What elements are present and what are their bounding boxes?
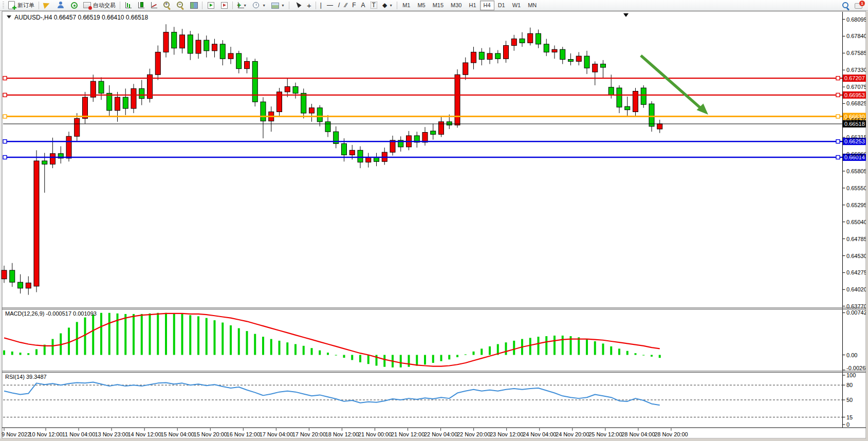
timeframe-button-M30[interactable]: M30 bbox=[447, 1, 465, 10]
trendline-tool-button[interactable]: / bbox=[336, 1, 342, 10]
bar-chart-button[interactable] bbox=[122, 1, 135, 10]
toolbar-separator bbox=[232, 2, 233, 9]
zoom-out-button[interactable]: − bbox=[174, 1, 187, 10]
person-icon bbox=[57, 1, 65, 9]
timeframe-button-W1[interactable]: W1 bbox=[509, 1, 525, 10]
timeframe-button-H4[interactable]: H4 bbox=[480, 1, 494, 10]
timeframe-button-M15[interactable]: M15 bbox=[429, 1, 447, 10]
new-order-icon bbox=[8, 1, 16, 9]
chart-shift-button[interactable] bbox=[217, 1, 231, 10]
macd-label: MACD(12,26,9) -0.000517 0.001093 bbox=[5, 310, 97, 317]
chart-canvas[interactable]: 0.672070.669530.666300.662530.660140.665… bbox=[0, 11, 868, 441]
clock-icon bbox=[252, 1, 260, 9]
svg-text:0.67207: 0.67207 bbox=[844, 75, 865, 81]
zoom-in-button[interactable]: + bbox=[160, 1, 174, 10]
svg-text:50: 50 bbox=[846, 397, 853, 403]
rsi-label: RSI(14) 39.3487 bbox=[5, 374, 47, 380]
signal-icon bbox=[70, 1, 78, 9]
chevron-down-icon: ▼ bbox=[262, 4, 266, 7]
search-icon bbox=[841, 1, 849, 9]
chevron-down-icon: ▼ bbox=[281, 4, 285, 7]
crosshair-tool-button[interactable]: + bbox=[304, 1, 314, 10]
chart-window-border bbox=[2, 11, 866, 438]
svg-text:23 Nov 12:00: 23 Nov 12:00 bbox=[490, 431, 523, 437]
horizontal-line-tool-button[interactable]: — bbox=[324, 1, 336, 10]
svg-text:0.00: 0.00 bbox=[846, 352, 857, 358]
chat-bubble-icon: 1 bbox=[855, 1, 864, 9]
cursor-icon bbox=[293, 1, 302, 9]
timeframe-button-M5[interactable]: M5 bbox=[414, 1, 429, 10]
auto-scroll-button[interactable] bbox=[204, 1, 217, 10]
svg-text:0.66570: 0.66570 bbox=[846, 117, 867, 123]
svg-text:0.66315: 0.66315 bbox=[846, 134, 867, 140]
svg-text:100: 100 bbox=[846, 372, 856, 378]
svg-text:0.65550: 0.65550 bbox=[846, 185, 867, 191]
cursor-tool-button[interactable] bbox=[291, 1, 304, 10]
timeframe-button-M1[interactable]: M1 bbox=[399, 1, 414, 10]
fibonacci-tool-button[interactable]: F bbox=[349, 1, 358, 10]
text-tool-button[interactable]: A bbox=[359, 1, 368, 10]
vertical-line-tool-button[interactable]: | bbox=[318, 1, 324, 10]
community-button[interactable] bbox=[54, 1, 67, 10]
signals-button[interactable] bbox=[67, 1, 81, 10]
svg-text:18 Nov 12:00: 18 Nov 12:00 bbox=[325, 431, 359, 437]
toolbar-separator bbox=[120, 2, 120, 9]
new-order-button[interactable]: 新订单 bbox=[5, 1, 37, 10]
candlestick-chart-button[interactable] bbox=[135, 1, 147, 10]
channel-tool-button[interactable]: ∕∕ bbox=[342, 1, 349, 10]
line-chart-button[interactable] bbox=[147, 1, 160, 10]
svg-text:15: 15 bbox=[846, 414, 853, 420]
tile-windows-icon bbox=[190, 1, 198, 9]
line-chart-icon bbox=[150, 2, 158, 9]
bar-chart-icon bbox=[124, 2, 132, 9]
text-icon: A bbox=[361, 2, 365, 8]
toolbar-separator bbox=[289, 2, 289, 9]
alerts-button[interactable] bbox=[41, 1, 54, 10]
label-tool-button[interactable]: T bbox=[368, 1, 380, 10]
svg-text:9 Nov 2022: 9 Nov 2022 bbox=[2, 431, 30, 437]
notifications-button[interactable]: 1 bbox=[852, 1, 866, 10]
svg-text:0.66953: 0.66953 bbox=[844, 92, 865, 98]
timeframe-button-H1[interactable]: H1 bbox=[466, 1, 480, 10]
window-bottom-edge bbox=[0, 438, 868, 441]
zoom-in-icon: + bbox=[163, 1, 171, 9]
notification-badge: 1 bbox=[859, 1, 865, 6]
svg-text:10 Nov 12:00: 10 Nov 12:00 bbox=[29, 431, 62, 437]
svg-text:0.64275: 0.64275 bbox=[846, 269, 867, 275]
periods-button[interactable]: ▼ bbox=[249, 1, 268, 10]
search-button[interactable] bbox=[839, 1, 852, 10]
arrows-tool-button[interactable]: ◆▼ bbox=[380, 1, 395, 10]
vertical-line-icon: | bbox=[320, 2, 322, 8]
svg-text:0.65805: 0.65805 bbox=[846, 168, 867, 174]
svg-text:13 Nov 23:00: 13 Nov 23:00 bbox=[95, 431, 128, 437]
megaphone-icon bbox=[43, 1, 51, 9]
chevron-down-icon: ▼ bbox=[389, 4, 393, 7]
toolbar-separator bbox=[316, 2, 316, 9]
chart-shift-icon bbox=[220, 1, 228, 9]
templates-button[interactable]: ▼ bbox=[268, 1, 287, 10]
window-right-edge bbox=[866, 11, 868, 438]
svg-text:25 Nov 12:00: 25 Nov 12:00 bbox=[588, 431, 622, 437]
svg-text:15 Nov 04:00: 15 Nov 04:00 bbox=[160, 431, 194, 437]
svg-text:15 Nov 20:00: 15 Nov 20:00 bbox=[194, 431, 227, 437]
svg-text:0.66825: 0.66825 bbox=[846, 100, 867, 106]
timeframe-button-D1[interactable]: D1 bbox=[494, 1, 509, 10]
svg-text:17 Nov 04:00: 17 Nov 04:00 bbox=[260, 431, 293, 437]
svg-text:0.64785: 0.64785 bbox=[846, 236, 867, 242]
svg-text:0.68095: 0.68095 bbox=[846, 16, 867, 23]
timeframe-button-MN[interactable]: MN bbox=[524, 1, 540, 10]
svg-text:16 Nov 12:00: 16 Nov 12:00 bbox=[227, 431, 260, 437]
channel-icon: ∕∕ bbox=[345, 2, 347, 8]
svg-text:0.66060: 0.66060 bbox=[846, 151, 867, 157]
svg-text:0.67330: 0.67330 bbox=[846, 67, 867, 73]
fibonacci-icon: F bbox=[352, 2, 356, 8]
autotrading-button[interactable]: 自动交易 bbox=[81, 1, 118, 10]
svg-text:24 Nov 04:00: 24 Nov 04:00 bbox=[523, 431, 556, 437]
indicators-button[interactable]: +▼ bbox=[234, 1, 249, 10]
tile-windows-button[interactable] bbox=[187, 1, 200, 10]
svg-text:24 Nov 20:00: 24 Nov 20:00 bbox=[556, 431, 589, 437]
auto-scroll-icon bbox=[207, 1, 215, 9]
toolbar-separator bbox=[397, 2, 397, 9]
svg-text:0.63770: 0.63770 bbox=[846, 303, 867, 309]
svg-text:0.67840: 0.67840 bbox=[846, 33, 867, 39]
